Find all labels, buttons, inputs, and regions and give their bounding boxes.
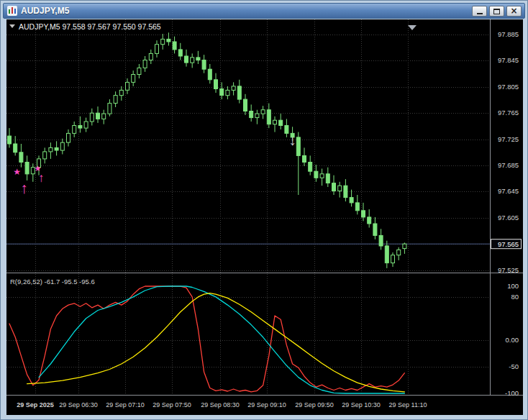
minimize-button[interactable]: [472, 6, 487, 17]
svg-text:-50: -50: [509, 362, 519, 370]
svg-text:97.605: 97.605: [498, 214, 519, 222]
svg-text:29 Sep 10:30: 29 Sep 10:30: [342, 401, 381, 408]
time-axis[interactable]: 29 Sep 202529 Sep 06:3029 Sep 07:1029 Se…: [17, 401, 427, 408]
svg-text:100: 100: [507, 282, 519, 290]
svg-text:97.565: 97.565: [498, 240, 519, 248]
buy-star-marker-1[interactable]: ★: [13, 167, 21, 177]
sell-arrow-marker[interactable]: ↓: [288, 132, 296, 148]
svg-text:-100: -100: [505, 389, 519, 397]
svg-text:29 Sep 07:50: 29 Sep 07:50: [153, 401, 191, 408]
svg-text:97.885: 97.885: [498, 30, 519, 38]
buy-arrow-marker-1[interactable]: ↑: [20, 180, 28, 196]
indicator-line-aqua: [39, 286, 404, 393]
indicator-axis[interactable]: 100800.00-50-100: [505, 282, 519, 397]
window-controls: ×: [472, 6, 522, 17]
buy-arrow-marker-2[interactable]: ↑: [38, 171, 45, 185]
svg-text:97.725: 97.725: [498, 135, 519, 143]
restore-icon: [493, 9, 500, 14]
ohlc-quote: AUDJPY,M5 97.558 97.567 97.550 97.565: [9, 22, 161, 31]
svg-text:97.805: 97.805: [498, 83, 519, 91]
window-title: AUDJPY,M5: [21, 6, 69, 16]
chart-shift-icon[interactable]: [408, 25, 417, 30]
svg-text:29 Sep 08:30: 29 Sep 08:30: [201, 401, 240, 408]
ohlc-expander-icon[interactable]: [9, 24, 15, 28]
candlesticks: [8, 32, 406, 268]
svg-text:29 Sep 2025: 29 Sep 2025: [17, 401, 54, 408]
svg-text:0.00: 0.00: [506, 336, 519, 344]
indicator-label: R(9,26,52) -61.7 -95.5 -95.6: [10, 278, 95, 286]
restore-button[interactable]: [489, 6, 504, 17]
svg-text:97.765: 97.765: [498, 109, 519, 117]
app-icon: [7, 6, 17, 16]
close-button[interactable]: ×: [506, 6, 522, 17]
svg-text:29 Sep 07:10: 29 Sep 07:10: [106, 401, 145, 408]
svg-text:97.685: 97.685: [498, 161, 519, 169]
grid-lines: [6, 19, 490, 395]
current-price-tag: 97.565: [491, 239, 522, 249]
chart-canvas[interactable]: 97.88597.84597.80597.76597.72597.68597.6…: [6, 19, 523, 415]
price-axis[interactable]: 97.88597.84597.80597.76597.72597.68597.6…: [498, 30, 519, 274]
window-titlebar[interactable]: AUDJPY,M5 ×: [3, 3, 525, 19]
svg-text:29 Sep 11:10: 29 Sep 11:10: [389, 401, 427, 408]
mt4-chart-window: AUDJPY,M5 × 97.88597.84597.80597.76597.7…: [0, 0, 528, 420]
svg-text:29 Sep 09:50: 29 Sep 09:50: [295, 401, 334, 408]
ohlc-quote-text: AUDJPY,M5 97.558 97.567 97.550 97.565: [19, 22, 161, 31]
svg-text:97.525: 97.525: [498, 266, 519, 274]
svg-text:80: 80: [511, 293, 519, 301]
indicator-line-yellow: [27, 293, 405, 392]
chart-area[interactable]: 97.88597.84597.80597.76597.72597.68597.6…: [6, 19, 523, 415]
close-icon: ×: [510, 7, 517, 14]
svg-text:97.845: 97.845: [498, 56, 519, 64]
svg-text:97.645: 97.645: [498, 187, 519, 195]
svg-text:29 Sep 09:10: 29 Sep 09:10: [247, 401, 286, 408]
minimize-icon: [477, 13, 483, 14]
svg-text:29 Sep 06:30: 29 Sep 06:30: [59, 401, 98, 408]
